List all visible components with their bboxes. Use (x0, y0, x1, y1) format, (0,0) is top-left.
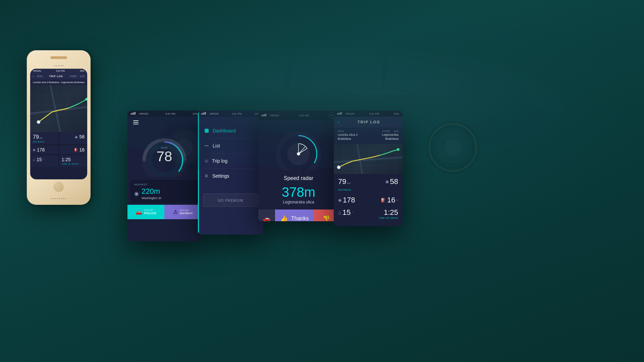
phone-stat-speed: ◉ 58 (59, 132, 88, 145)
svg-point-32 (59, 198, 60, 199)
report-buttons: 🚗 REPORT POLICE ⚠ REPORT Incident (127, 205, 201, 219)
phone-device-small: VIRGIN 5:21 PM 35% ‹ NOW TRIP LOG START … (27, 50, 91, 205)
svg-point-10 (56, 65, 57, 66)
phone-screen-small: VIRGIN 5:21 PM 35% ‹ NOW TRIP LOG START … (30, 69, 87, 179)
car-silhouette (0, 0, 644, 201)
phone-loc-now: Levicka ulica 3 Bratislava (33, 81, 59, 84)
svg-point-28 (51, 198, 52, 199)
phone-time-small: 5:21 PM (56, 70, 65, 72)
radar-car-icon-section: 🚗 (258, 209, 275, 221)
svg-point-12 (59, 65, 60, 66)
phone-triplog-label: TRIP LOG (49, 75, 63, 77)
svg-point-31 (57, 198, 58, 199)
phone-loc-start: Legionarska Bratislava (61, 81, 85, 84)
phone-header-small: ‹ NOW TRIP LOG START 9:25 (30, 73, 87, 79)
svg-point-30 (55, 198, 56, 199)
svg-point-9 (54, 65, 55, 66)
phone-status-bar-small: VIRGIN 5:21 PM 35% (30, 69, 87, 73)
phone-stat-time: 1:25 TIME OF DRIVE (59, 155, 88, 167)
svg-point-29 (53, 198, 54, 199)
thumbs-down-icon: 👎 (323, 215, 330, 221)
phone-stat-alt: △ 15 ° (30, 155, 59, 167)
thumbs-up-icon: 👍 (280, 215, 288, 221)
svg-point-14 (63, 65, 64, 66)
phone-carrier-small: VIRGIN (33, 70, 41, 72)
phone-start-label: START (70, 75, 77, 77)
report-incident-btn[interactable]: ⚠ REPORT Incident (164, 205, 201, 219)
phone-stat-rpm: ◉ 178 (30, 145, 59, 155)
svg-point-35 (65, 198, 66, 199)
phone-battery-small: 35% (80, 70, 85, 72)
phone-now-label: NOW (37, 75, 43, 77)
phone-locations-small: Levicka ulica 3 Bratislava Legionarska B… (30, 79, 87, 85)
phone-map-small (30, 85, 87, 132)
svg-point-33 (61, 198, 62, 199)
radar-thanks-btn[interactable]: 👍 Thanks (275, 209, 314, 221)
svg-point-13 (61, 65, 62, 66)
phone-home-button[interactable] (54, 182, 64, 192)
phone-stats-small: 79 km DISTANCE ◉ 58 ◉ 178 (30, 132, 87, 167)
svg-point-6 (444, 139, 461, 156)
svg-point-26 (37, 120, 40, 124)
svg-line-25 (50, 85, 60, 132)
phone-start-time-small: 9:25 (80, 75, 85, 77)
svg-point-11 (58, 65, 59, 66)
triplog-stat-time: 1:25 TIME OF DRIVE (368, 206, 401, 221)
phone-back-btn-small[interactable]: ‹ (33, 74, 34, 78)
svg-point-4 (176, 139, 193, 156)
triplog-stat-alt: △ 15 ° (335, 206, 368, 221)
phone-stat-fuel: ⛽ 16 (59, 145, 88, 155)
svg-point-34 (63, 198, 64, 199)
phone-outer-case: VIRGIN 5:21 PM 35% ‹ NOW TRIP LOG START … (27, 50, 91, 205)
phone-stat-distance: 79 km DISTANCE (30, 132, 59, 145)
radar-action-buttons: 🚗 👍 Thanks 👎 (258, 209, 339, 221)
report-police-btn[interactable]: 🚗 REPORT POLICE (127, 205, 164, 219)
